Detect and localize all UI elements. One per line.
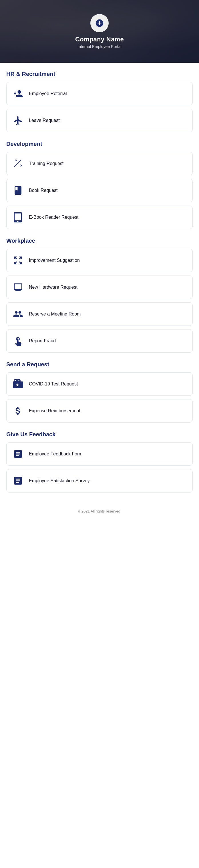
section-title-feedback: Give Us Feedback [6, 431, 193, 438]
book-request-icon [12, 185, 24, 196]
new-hardware-icon [12, 282, 24, 293]
card-training-request[interactable]: Training Request [6, 152, 193, 175]
portal-subtitle: Internal Employee Portal [78, 44, 121, 49]
plus-icon [95, 19, 104, 28]
company-name: Company Name [75, 36, 124, 43]
report-fraud-icon [12, 335, 24, 347]
training-request-icon [12, 158, 24, 169]
card-reserve-meeting-room[interactable]: Reserve a Meeting Room [6, 302, 193, 326]
employee-feedback-icon [12, 448, 24, 460]
section-hr-recruitment: HR & Recruitment Employee Referral Leave… [6, 71, 193, 132]
section-title-development: Development [6, 141, 193, 147]
card-covid-test-request[interactable]: COVID-19 Test Request [6, 372, 193, 396]
header: Company Name Internal Employee Portal [0, 0, 199, 63]
card-book-request[interactable]: Book Request [6, 179, 193, 202]
section-title-send-request: Send a Request [6, 361, 193, 368]
card-expense-reimbursement[interactable]: Expense Reimbursement [6, 399, 193, 423]
training-request-label: Training Request [29, 161, 63, 166]
section-development: Development Training Request Book Reques… [6, 141, 193, 229]
new-hardware-label: New Hardware Request [29, 285, 78, 290]
book-request-label: Book Request [29, 188, 58, 193]
card-improvement-suggestion[interactable]: Improvement Suggestion [6, 249, 193, 272]
section-send-request: Send a Request COVID-19 Test Request Exp… [6, 361, 193, 423]
employee-referral-label: Employee Referral [29, 91, 67, 96]
employee-referral-icon [12, 88, 24, 99]
ebook-reader-label: E-Book Reader Request [29, 215, 78, 220]
leave-request-label: Leave Request [29, 118, 60, 123]
section-title-hr: HR & Recruitment [6, 71, 193, 78]
expense-reimbursement-icon [12, 405, 24, 416]
satisfaction-survey-icon [12, 475, 24, 487]
reserve-meeting-room-icon [12, 308, 24, 320]
improvement-suggestion-icon [12, 255, 24, 266]
covid-test-icon [12, 378, 24, 390]
covid-test-label: COVID-19 Test Request [29, 381, 78, 386]
card-employee-referral[interactable]: Employee Referral [6, 82, 193, 105]
section-title-workplace: Workplace [6, 238, 193, 244]
main-content: HR & Recruitment Employee Referral Leave… [0, 63, 199, 493]
card-new-hardware-request[interactable]: New Hardware Request [6, 276, 193, 299]
card-employee-feedback-form[interactable]: Employee Feedback Form [6, 442, 193, 466]
report-fraud-label: Report Fraud [29, 338, 56, 343]
card-ebook-reader-request[interactable]: E-Book Reader Request [6, 206, 193, 229]
card-employee-satisfaction-survey[interactable]: Employee Satisfaction Survey [6, 469, 193, 493]
reserve-meeting-room-label: Reserve a Meeting Room [29, 311, 81, 317]
header-icon-circle [90, 14, 109, 32]
satisfaction-survey-label: Employee Satisfaction Survey [29, 478, 90, 484]
header-content: Company Name Internal Employee Portal [75, 14, 124, 49]
leave-request-icon [12, 115, 24, 126]
section-feedback: Give Us Feedback Employee Feedback Form … [6, 431, 193, 493]
footer: © 2021 All rights reserved. [0, 501, 199, 520]
improvement-suggestion-label: Improvement Suggestion [29, 258, 80, 263]
ebook-reader-icon [12, 212, 24, 223]
section-workplace: Workplace Improvement Suggestion New Har… [6, 238, 193, 352]
expense-reimbursement-label: Expense Reimbursement [29, 408, 80, 413]
employee-feedback-label: Employee Feedback Form [29, 452, 83, 457]
card-leave-request[interactable]: Leave Request [6, 109, 193, 132]
card-report-fraud[interactable]: Report Fraud [6, 329, 193, 352]
footer-text: © 2021 All rights reserved. [78, 509, 121, 514]
